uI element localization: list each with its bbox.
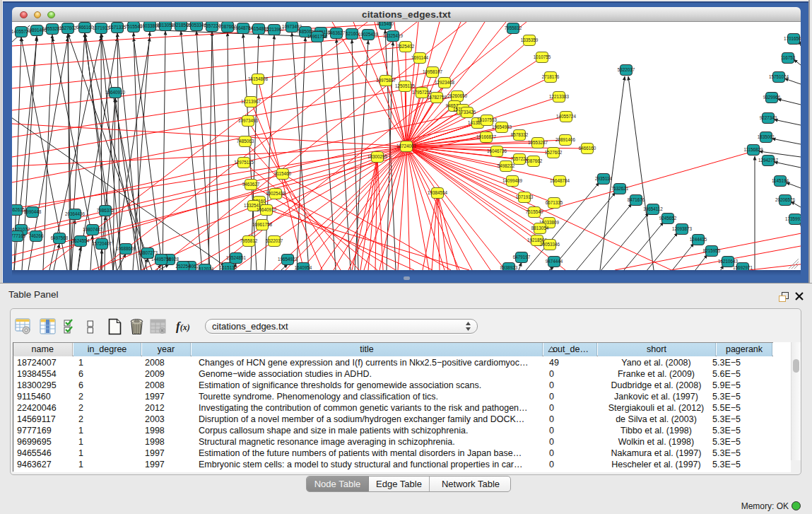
svg-text:8578332: 8578332 [511,132,529,137]
svg-text:12093873: 12093873 [672,226,693,231]
svg-text:1071913: 1071913 [93,25,110,30]
svg-text:10688609: 10688609 [116,246,136,251]
svg-text:18300295: 18300295 [367,154,388,159]
svg-text:3624554: 3624554 [72,238,90,243]
svg-text:10958107: 10958107 [423,69,443,74]
svg-text:746266: 746266 [28,233,44,238]
svg-text:16107553: 16107553 [477,117,498,122]
svg-text:1335359: 1335359 [521,37,539,42]
svg-text:17359934: 17359934 [785,216,801,221]
svg-text:13524851: 13524851 [226,255,247,260]
svg-text:12213383: 12213383 [549,94,570,99]
svg-text:10025438: 10025438 [358,32,379,37]
svg-text:9245652: 9245652 [659,216,677,221]
svg-text:7632621: 7632621 [611,186,629,191]
svg-text:2087662: 2087662 [525,158,543,163]
svg-text:16648784: 16648784 [550,178,570,183]
svg-text:12505135: 12505135 [395,83,416,88]
svg-text:20891406: 20891406 [555,137,576,142]
svg-text:1733426: 1733426 [459,110,476,115]
svg-text:7485063: 7485063 [237,139,254,144]
svg-text:7986372: 7986372 [97,208,114,213]
svg-text:16961758: 16961758 [252,222,273,227]
svg-text:16210643: 16210643 [718,259,739,264]
svg-text:7515540: 7515540 [526,209,543,214]
svg-text:19384554: 19384554 [428,190,448,195]
svg-text:12975115: 12975115 [234,160,254,165]
svg-text:6671335: 6671335 [546,200,563,205]
svg-text:5498222: 5498222 [498,163,515,168]
svg-text:20206576: 20206576 [775,197,796,202]
svg-text:8471676: 8471676 [628,197,645,202]
svg-text:1691144: 1691144 [411,55,429,60]
svg-text:10807487: 10807487 [83,227,103,232]
svg-text:6497568: 6497568 [51,235,69,240]
svg-text:9777169: 9777169 [12,233,26,238]
svg-text:9115460: 9115460 [377,22,394,26]
svg-text:10973493: 10973493 [238,118,259,123]
svg-text:9115460: 9115460 [274,171,292,176]
svg-text:6466160: 6466160 [579,146,596,151]
svg-text:5322037: 5322037 [618,67,635,72]
svg-text:17957255: 17957255 [412,90,433,95]
svg-text:62160: 62160 [346,31,358,36]
svg-text:2718176: 2718176 [542,74,560,79]
svg-text:1527602: 1527602 [545,150,563,155]
svg-text:9463627: 9463627 [328,30,346,35]
svg-text:16046736: 16046736 [487,148,507,153]
svg-text:8938923: 8938923 [500,265,518,270]
svg-text:8813054: 8813054 [531,226,549,230]
svg-text:6466160: 6466160 [76,25,94,30]
svg-text:6671335: 6671335 [109,25,126,30]
svg-text:12923468: 12923468 [435,80,455,85]
svg-text:1640954: 1640954 [295,265,312,270]
svg-text:20053346: 20053346 [540,242,560,247]
svg-text:10553287: 10553287 [528,140,548,145]
svg-text:19166827: 19166827 [476,134,497,139]
svg-text:2935114: 2935114 [595,176,613,181]
svg-text:17016504: 17016504 [784,36,801,41]
svg-text:1527602: 1527602 [59,25,77,30]
svg-text:15720407: 15720407 [92,241,112,246]
svg-text:14495758: 14495758 [151,257,172,262]
svg-text:9329966: 9329966 [763,95,781,100]
svg-text:20364436: 20364436 [65,211,86,216]
svg-text:7955812: 7955812 [240,238,258,243]
svg-text:16782759: 16782759 [427,95,447,100]
svg-text:16640910: 16640910 [257,207,277,212]
svg-text:10654112: 10654112 [643,206,663,211]
svg-text:9474444: 9474444 [546,259,563,264]
svg-text:7625402: 7625402 [397,44,415,49]
svg-text:19654923: 19654923 [278,257,298,262]
svg-text:19654983: 19654983 [492,124,512,129]
svg-text:1244415: 1244415 [690,237,707,242]
svg-text:16961758: 16961758 [307,34,328,39]
svg-text:5322037: 5322037 [266,238,283,243]
svg-text:10975887: 10975887 [376,78,396,83]
svg-text:252254: 252254 [175,264,191,269]
svg-text:18724007: 18724007 [396,144,417,148]
svg-text:6479197: 6479197 [513,255,531,259]
svg-text:15692971: 15692971 [733,265,753,270]
svg-text:26260650: 26260650 [447,93,468,98]
svg-text:1612074: 1612074 [196,267,214,270]
svg-text:116753: 116753 [781,55,796,60]
svg-text:14055724: 14055724 [556,114,577,119]
svg-text:11156829: 11156829 [743,147,763,152]
svg-text:1145194: 1145194 [772,178,789,183]
svg-text:1615132: 1615132 [220,265,237,270]
svg-text:1010755: 1010755 [534,54,551,59]
svg-text:1835061: 1835061 [758,134,775,139]
svg-text:9463627: 9463627 [242,182,260,187]
svg-text:12213967: 12213967 [241,99,261,104]
svg-text:9227343: 9227343 [760,115,777,120]
svg-text:16154808: 16154808 [248,76,269,81]
svg-text:16640910: 16640910 [105,90,126,95]
svg-text:1071913: 1071913 [516,194,534,199]
svg-text:14099489: 14099489 [502,178,523,183]
svg-text:18807273: 18807273 [138,250,158,255]
svg-text:10025438: 10025438 [266,191,286,196]
svg-text:15751074: 15751074 [769,74,789,79]
svg-text:12942757: 12942757 [758,158,779,163]
svg-text:13325419: 13325419 [383,33,404,38]
